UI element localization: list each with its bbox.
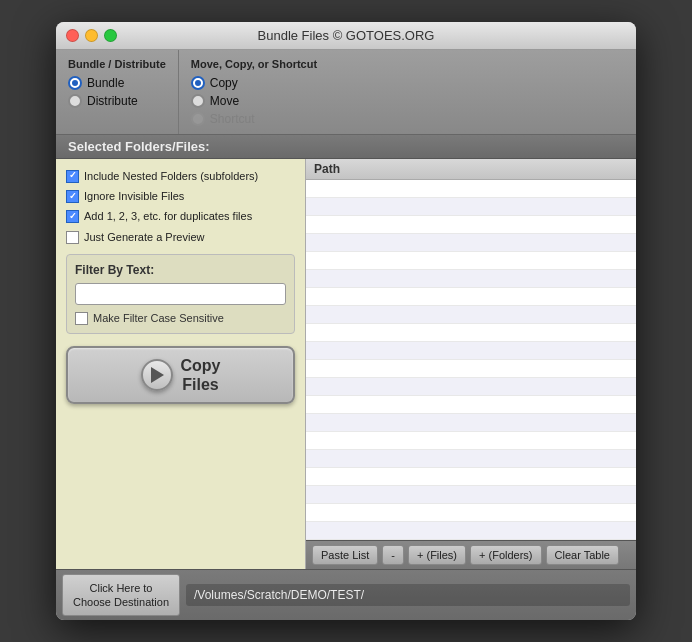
filter-label: Filter By Text: [75, 263, 286, 277]
close-button[interactable] [66, 29, 79, 42]
table-row [306, 396, 636, 414]
bottom-toolbar: Paste List - + (Files) + (Folders) Clear… [306, 540, 636, 569]
checkbox-preview[interactable]: Just Generate a Preview [66, 230, 295, 244]
filter-case-box[interactable] [75, 312, 88, 325]
title-bar: Bundle Files © GOTOES.ORG [56, 22, 636, 50]
paste-list-button[interactable]: Paste List [312, 545, 378, 565]
filter-case-sensitive[interactable]: Make Filter Case Sensitive [75, 311, 286, 325]
filter-case-label: Make Filter Case Sensitive [93, 312, 224, 324]
maximize-button[interactable] [104, 29, 117, 42]
selected-label: Selected Folders/Files: [56, 135, 636, 159]
table-row [306, 306, 636, 324]
table-rows [306, 180, 636, 540]
checkbox-invisible-files-label: Ignore Invisible Files [84, 189, 184, 203]
status-bar: Click Here to Choose Destination /Volume… [56, 569, 636, 621]
bundle-radio-group: Bundle Distribute [68, 76, 166, 108]
table-row [306, 252, 636, 270]
table-row [306, 198, 636, 216]
copy-radio-item[interactable]: Copy [191, 76, 317, 90]
table-row [306, 288, 636, 306]
table-row [306, 468, 636, 486]
shortcut-radio-circle[interactable] [191, 112, 205, 126]
window-title: Bundle Files © GOTOES.ORG [258, 28, 435, 43]
checkbox-nested-folders-label: Include Nested Folders (subfolders) [84, 169, 258, 183]
bundle-section-label: Bundle / Distribute [68, 58, 166, 70]
copy-radio-label: Copy [210, 76, 238, 90]
remove-button[interactable]: - [382, 545, 404, 565]
toolbar: Bundle / Distribute Bundle Distribute Mo… [56, 50, 636, 135]
table-row [306, 504, 636, 522]
distribute-radio-label: Distribute [87, 94, 138, 108]
destination-path: /Volumes/Scratch/DEMO/TEST/ [186, 584, 630, 606]
copy-files-button[interactable]: Copy Files [66, 346, 295, 404]
checkbox-invisible-files[interactable]: Ignore Invisible Files [66, 189, 295, 203]
move-copy-section-label: Move, Copy, or Shortcut [191, 58, 317, 70]
checkbox-invisible-files-box[interactable] [66, 190, 79, 203]
table-row [306, 450, 636, 468]
table-row [306, 360, 636, 378]
left-panel: Include Nested Folders (subfolders) Igno… [56, 159, 306, 569]
minimize-button[interactable] [85, 29, 98, 42]
table-row [306, 234, 636, 252]
copy-btn-text: Copy Files [181, 356, 221, 394]
play-triangle-icon [151, 367, 164, 383]
move-copy-section: Move, Copy, or Shortcut Copy Move Shortc… [179, 50, 329, 134]
clear-table-button[interactable]: Clear Table [546, 545, 619, 565]
table-row [306, 432, 636, 450]
right-panel: Path [306, 159, 636, 569]
move-copy-radio-group: Copy Move Shortcut [191, 76, 317, 126]
checkbox-nested-folders[interactable]: Include Nested Folders (subfolders) [66, 169, 295, 183]
checkbox-duplicates-box[interactable] [66, 210, 79, 223]
distribute-radio-circle[interactable] [68, 94, 82, 108]
checkbox-duplicates[interactable]: Add 1, 2, 3, etc. for duplicates files [66, 209, 295, 223]
checkbox-duplicates-label: Add 1, 2, 3, etc. for duplicates files [84, 209, 252, 223]
table-row [306, 522, 636, 540]
filter-input[interactable] [75, 283, 286, 305]
distribute-radio-item[interactable]: Distribute [68, 94, 166, 108]
traffic-lights [66, 29, 117, 42]
table-row [306, 378, 636, 396]
main-window: Bundle Files © GOTOES.ORG Bundle / Distr… [56, 22, 636, 621]
table-row [306, 216, 636, 234]
table-row [306, 270, 636, 288]
table-row [306, 180, 636, 198]
move-radio-label: Move [210, 94, 239, 108]
bundle-radio-circle[interactable] [68, 76, 82, 90]
bundle-radio-label: Bundle [87, 76, 124, 90]
filter-section: Filter By Text: Make Filter Case Sensiti… [66, 254, 295, 334]
move-radio-item[interactable]: Move [191, 94, 317, 108]
play-icon [141, 359, 173, 391]
add-files-button[interactable]: + (Files) [408, 545, 466, 565]
bundle-distribute-section: Bundle / Distribute Bundle Distribute [56, 50, 179, 134]
copy-radio-circle[interactable] [191, 76, 205, 90]
shortcut-radio-item[interactable]: Shortcut [191, 112, 317, 126]
table-row [306, 414, 636, 432]
checkbox-preview-label: Just Generate a Preview [84, 230, 204, 244]
checkbox-nested-folders-box[interactable] [66, 170, 79, 183]
main-content: Include Nested Folders (subfolders) Igno… [56, 159, 636, 569]
shortcut-radio-label: Shortcut [210, 112, 255, 126]
table-row [306, 486, 636, 504]
bundle-radio-item[interactable]: Bundle [68, 76, 166, 90]
table-row [306, 342, 636, 360]
table-row [306, 324, 636, 342]
choose-destination-button[interactable]: Click Here to Choose Destination [62, 574, 180, 617]
add-folders-button[interactable]: + (Folders) [470, 545, 542, 565]
move-radio-circle[interactable] [191, 94, 205, 108]
table-path-header: Path [306, 159, 636, 180]
checkbox-preview-box[interactable] [66, 231, 79, 244]
